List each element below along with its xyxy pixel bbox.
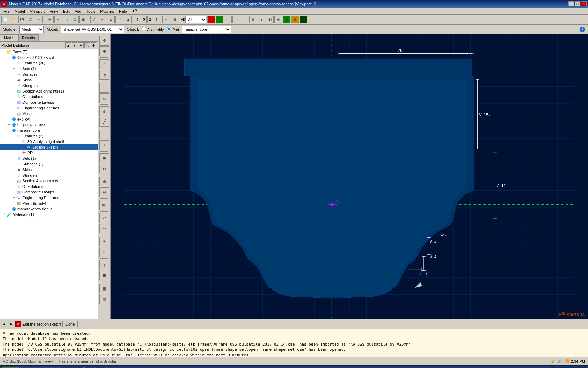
- tree-toggle-section-assign1[interactable]: +: [12, 89, 16, 93]
- menu-diamond[interactable]: ✦?: [130, 8, 139, 14]
- part-radio-label[interactable]: Part: [167, 27, 179, 32]
- tree-item-exp-cyl[interactable]: +🔷exp-cyl: [0, 116, 98, 122]
- sketch-fx-btn[interactable]: f(x): [99, 200, 109, 210]
- tree-item-parts[interactable]: -📁Parts (5): [0, 49, 98, 55]
- mesh-btn[interactable]: ⊞: [79, 16, 87, 23]
- save-btn[interactable]: 💾: [18, 16, 26, 23]
- info-icon[interactable]: i: [580, 27, 585, 32]
- tree-item-composite-layups2[interactable]: ▦Composite Layups: [0, 189, 98, 195]
- draw1-btn[interactable]: ╱: [90, 16, 98, 23]
- minimize-button[interactable]: ─: [568, 1, 574, 6]
- tree-toggle-mandrel-core-sleeve[interactable]: +: [7, 207, 11, 211]
- nav-fwd-btn[interactable]: ►: [8, 321, 14, 327]
- color1-btn[interactable]: [207, 16, 215, 23]
- tree-item-section-sketch[interactable]: ✏Section Sketch: [0, 144, 98, 150]
- color4-btn[interactable]: [232, 16, 240, 23]
- sketch-undo-btn[interactable]: ↩: [99, 213, 109, 223]
- tree-toggle-parts[interactable]: -: [2, 50, 6, 54]
- sketch-offset-btn[interactable]: ⊛: [99, 177, 109, 186]
- start-button[interactable]: Start: [1, 367, 19, 368]
- menu-model[interactable]: Model: [13, 9, 27, 14]
- tree-toggle-features2[interactable]: -: [12, 134, 16, 138]
- iso-btn[interactable]: ◧: [266, 16, 274, 23]
- sketch-dim2-btn[interactable]: ↕: [99, 140, 109, 150]
- part-select[interactable]: mandrel-core: [182, 26, 231, 33]
- tree-toggle-3d-analytic-rigid[interactable]: -: [17, 140, 21, 143]
- print-btn[interactable]: 🖨: [27, 16, 34, 23]
- tree-item-sets1[interactable]: +⊞Sets (1): [0, 66, 98, 71]
- nav-back-btn[interactable]: ◄: [1, 321, 7, 327]
- filter-select[interactable]: All: [186, 16, 206, 23]
- tree-item-mandrel-core[interactable]: -🔷mandrel-core: [0, 128, 98, 133]
- undo-btn[interactable]: ↩: [54, 16, 62, 23]
- part-radio[interactable]: [167, 27, 171, 31]
- sketch-arc-btn[interactable]: ◔: [99, 70, 109, 80]
- num4-btn[interactable]: 4: [154, 16, 159, 23]
- tree-toggle-large-dia-sleeve[interactable]: +: [7, 123, 11, 127]
- tree-container[interactable]: -📁Parts (5)-🔷Concept-D101-as-cut+⚙Featur…: [0, 49, 98, 319]
- sketch-curve-btn[interactable]: ⌀: [99, 106, 109, 116]
- tree-item-mesh-empty[interactable]: ▦Mesh (Empty): [0, 200, 98, 206]
- feature-btn[interactable]: ⊕: [274, 16, 282, 23]
- taskbar-abaqus[interactable]: A Abaqus/CAE 2017: [20, 367, 59, 368]
- tree-toggle-mandrel-core[interactable]: -: [7, 129, 11, 132]
- tree-toggle-features36[interactable]: +: [12, 61, 16, 65]
- open-btn[interactable]: 📂: [10, 16, 18, 23]
- sketch-plus-btn[interactable]: ✛: [46, 16, 54, 23]
- sketch-redo-btn[interactable]: ↪: [99, 224, 109, 233]
- menu-file[interactable]: File: [1, 9, 12, 14]
- tree-item-materials[interactable]: +🧪Materials (1): [0, 212, 98, 217]
- color2-btn[interactable]: [216, 16, 223, 23]
- tree-item-features36[interactable]: +⚙Features (36): [0, 60, 98, 66]
- sketch-elem-btn[interactable]: ⊞: [99, 271, 109, 280]
- taskbar-explorer[interactable]: 📁: [72, 367, 84, 368]
- tree-toggle-eng-features1[interactable]: +: [12, 106, 16, 110]
- sketch-line-btn[interactable]: ╱: [99, 117, 109, 127]
- tree-toggle-sets1[interactable]: +: [12, 67, 16, 70]
- assembly-radio[interactable]: [142, 27, 146, 31]
- menu-help[interactable]: Help: [117, 9, 129, 14]
- sketch-mesh-btn[interactable]: ▦: [99, 284, 109, 293]
- node-btn[interactable]: ⊞: [283, 16, 290, 23]
- new-file-btn[interactable]: 📄: [1, 16, 9, 23]
- tree-item-features2[interactable]: -⚙Features (2): [0, 133, 98, 139]
- sketch-node-btn[interactable]: ⊹: [99, 260, 109, 270]
- tab-model[interactable]: Model: [0, 34, 18, 41]
- message-area[interactable]: A new model database has been created. T…: [0, 329, 588, 357]
- draw2-btn[interactable]: ⌐: [99, 16, 106, 23]
- sketch-move-btn[interactable]: ✛: [99, 36, 109, 46]
- tree-toggle-surfaces2[interactable]: +: [12, 162, 16, 166]
- search-btn[interactable]: 🔍: [63, 16, 70, 23]
- tree-toggle-sets2[interactable]: +: [12, 157, 16, 160]
- shade-btn[interactable]: ■: [258, 16, 265, 23]
- menu-plugins[interactable]: Plug-ins: [98, 9, 116, 14]
- taskbar-chrome[interactable]: 🌐: [60, 367, 71, 368]
- assembly-radio-label[interactable]: Assembly: [142, 27, 164, 32]
- tree-toggle-eng-features2[interactable]: +: [12, 196, 16, 199]
- sketch-erase-btn[interactable]: ✏: [99, 247, 109, 257]
- tab-results[interactable]: Results: [18, 34, 39, 41]
- tree-item-surfaces2[interactable]: +🔸Surfaces (1): [0, 161, 98, 167]
- close-button[interactable]: ✕: [581, 1, 587, 6]
- wire-btn[interactable]: ⊟: [249, 16, 257, 23]
- sketch-dim1-btn[interactable]: ↔: [99, 130, 109, 139]
- tree-toggle-exp-cyl[interactable]: +: [7, 117, 11, 121]
- menu-tools[interactable]: Tools: [84, 9, 98, 14]
- tree-item-orientations2[interactable]: ↻Orientations: [0, 184, 98, 189]
- tree-item-concept-d101[interactable]: -🔷Concept-D101-as-cut: [0, 55, 98, 60]
- draw3-btn[interactable]: ⊾: [107, 16, 115, 23]
- tree-filter-btn[interactable]: 🔍: [84, 42, 90, 48]
- tree-item-eng-features2[interactable]: +⚙Engineering Features: [0, 195, 98, 200]
- num2-btn[interactable]: 2: [141, 16, 147, 23]
- tree-item-skins2[interactable]: ◆Skins: [0, 167, 98, 172]
- maximize-button[interactable]: □: [575, 1, 580, 6]
- cursor-btn[interactable]: ↖: [162, 16, 170, 23]
- tree-item-3d-analytic-rigid[interactable]: -⬡3D Analytic rigid shell-1: [0, 139, 98, 144]
- tree-item-section-assign2[interactable]: ▤Section Assignments: [0, 178, 98, 184]
- tree-item-mandrel-core-sleeve[interactable]: +🔷mandrel-core-sleeve: [0, 206, 98, 212]
- sketch-offset2-btn[interactable]: ⊗: [99, 187, 109, 197]
- sketch-mesh2-btn[interactable]: ▤: [99, 294, 109, 304]
- tree-down-btn[interactable]: ▼: [72, 42, 77, 48]
- taskbar-github[interactable]: 🐙: [95, 367, 107, 368]
- tree-options-btn[interactable]: ⚙: [91, 42, 96, 48]
